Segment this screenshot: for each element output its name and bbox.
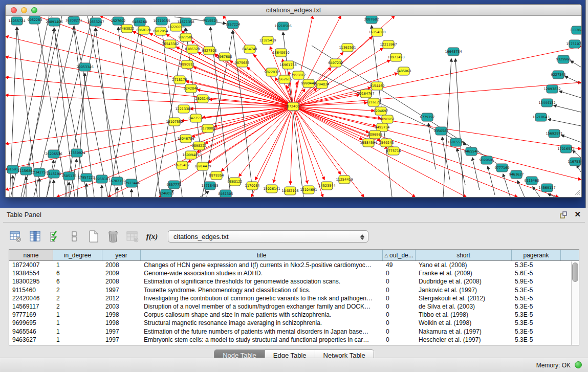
graph-node[interactable]: 14569117 <box>538 184 555 192</box>
graph-node[interactable]: 9329966 <box>556 55 571 63</box>
graph-node[interactable]: 8427552 <box>189 114 204 122</box>
graph-node[interactable]: 10973493 <box>387 53 404 61</box>
graph-node[interactable]: 10164767 <box>357 90 374 98</box>
column-header-in_degree[interactable]: in_degree <box>53 250 102 260</box>
network-canvas[interactable]: 1405572499622832089140616208271106532471… <box>6 16 581 197</box>
table-row[interactable]: 977716911998Corpus callosum shape and si… <box>9 311 579 319</box>
new-file-icon[interactable] <box>87 230 100 243</box>
graph-node[interactable]: 16099489 <box>182 151 199 159</box>
graph-node[interactable]: 6497232 <box>329 59 343 67</box>
graph-node[interactable]: 9465546 <box>464 147 479 156</box>
graph-node[interactable]: 26206536 <box>45 150 62 158</box>
table-row[interactable]: 969969511998Structural magnetic resonanc… <box>9 319 579 327</box>
graph-node[interactable]: 2087682 <box>364 16 379 24</box>
graph-node[interactable]: 1505135 <box>62 172 77 180</box>
graph-node[interactable]: 9775716 <box>386 147 401 155</box>
float-panel-icon[interactable] <box>559 211 568 219</box>
column-header-name[interactable]: name <box>9 250 53 260</box>
graph-node[interactable]: 1112845 <box>570 26 581 34</box>
graph-node[interactable]: 14523544 <box>318 182 335 190</box>
graph-node[interactable]: 2967608 <box>217 53 232 61</box>
column-header-year[interactable]: year <box>102 250 141 260</box>
column-header-title[interactable]: title <box>141 250 383 260</box>
graph-node[interactable]: 2718176 <box>172 76 187 84</box>
graph-node[interactable]: 19218506 <box>274 22 291 30</box>
table-row[interactable]: 1830029562008Estimation of significance … <box>9 277 579 286</box>
graph-node[interactable]: 8096965 <box>368 130 383 139</box>
graph-node[interactable]: 7857224 <box>226 20 241 29</box>
graph-node[interactable]: 2803144 <box>195 95 210 103</box>
row-height-icon[interactable] <box>68 230 81 243</box>
graph-node[interactable]: 8912954 <box>154 27 168 35</box>
graph-node[interactable]: 12325419 <box>259 36 276 45</box>
graph-node[interactable]: 8461305 <box>219 190 233 197</box>
graph-node[interactable]: 3170081 <box>201 124 215 133</box>
column-header-short[interactable]: short <box>416 250 512 260</box>
graph-node[interactable]: 9827505 <box>179 33 193 41</box>
graph-node[interactable]: 12213383 <box>175 105 192 113</box>
close-panel-icon[interactable]: ✕ <box>574 210 581 219</box>
table-row[interactable]: 946554611997Estimation of the future num… <box>9 327 579 336</box>
graph-node[interactable]: 9242844 <box>184 84 199 93</box>
graph-node[interactable]: 8860128 <box>137 26 151 34</box>
graph-node[interactable]: 10653247 <box>87 18 104 26</box>
graph-node[interactable]: 9246053 <box>159 189 174 197</box>
graph-node[interactable]: 9890811 <box>180 60 195 69</box>
graph-node[interactable]: 9827508 <box>202 47 217 55</box>
graph-node[interactable]: 3216121 <box>366 98 381 106</box>
graph-node[interactable]: 16961758 <box>279 61 296 69</box>
graph-node[interactable]: 11254419 <box>336 176 353 184</box>
graph-node[interactable]: 6794024 <box>315 80 330 89</box>
select-column-icon[interactable] <box>29 230 42 243</box>
graph-node[interactable]: 17359924 <box>68 149 85 157</box>
graph-node[interactable]: 12104691 <box>300 186 317 194</box>
graph-node[interactable]: 1549243 <box>379 139 394 147</box>
table-settings-icon[interactable] <box>9 230 23 243</box>
graph-node[interactable]: 9860122 <box>228 178 243 186</box>
graph-node[interactable]: 16648784 <box>445 48 462 56</box>
graph-node[interactable]: 15026141 <box>263 185 280 193</box>
graph-node[interactable]: 9096951 <box>380 115 395 123</box>
graph-node[interactable]: 12213967 <box>380 40 397 49</box>
citation-network-graph[interactable]: 1405572499622832089140616208271106532471… <box>6 16 581 197</box>
graph-node[interactable]: 9115460 <box>525 177 539 185</box>
graph-node[interactable]: 8878354 <box>209 171 224 180</box>
graph-node[interactable]: 2204697 <box>374 107 388 115</box>
graph-node[interactable]: 7485063 <box>397 67 411 75</box>
graph-node[interactable]: 9990448 <box>301 79 316 87</box>
graph-node[interactable]: 16107552 <box>166 118 183 126</box>
table-row[interactable]: 1872400712008Changes of HCN gene express… <box>9 261 579 269</box>
graph-node[interactable]: 15584594 <box>360 139 377 147</box>
graph-node[interactable]: 14055724 <box>8 17 25 25</box>
graph-node[interactable]: 13444132 <box>538 99 555 107</box>
graph-node[interactable]: 10719155 <box>153 17 170 25</box>
graph-node[interactable]: 16208271 <box>65 16 82 25</box>
graph-node[interactable]: 9154469 <box>370 82 385 90</box>
graph-node[interactable]: 9699695 <box>480 156 494 164</box>
graph-node[interactable]: 1170084 <box>245 182 260 190</box>
vertical-scrollbar[interactable] <box>571 261 579 345</box>
graph-node[interactable]: 7515528 <box>203 17 218 25</box>
graph-node[interactable]: 9962283 <box>28 16 42 24</box>
graph-node[interactable]: 8454749 <box>243 45 257 53</box>
column-header-pagerank[interactable]: pagerank <box>512 250 561 260</box>
graph-node[interactable]: 9898222 <box>192 142 207 150</box>
table-row[interactable]: 1938455462009Genome-wide association stu… <box>9 269 579 277</box>
graph-node[interactable]: 10482108 <box>281 187 298 195</box>
graph-node[interactable]: 7625402 <box>175 161 190 169</box>
table-row[interactable]: 946362711997Embryonic stem cells: a mode… <box>9 336 579 344</box>
graph-node[interactable]: 9875685 <box>235 59 250 67</box>
delete-icon[interactable] <box>106 230 120 243</box>
window-titlebar[interactable]: citations_edges.txt <box>6 5 581 16</box>
graph-node[interactable]: 1527602 <box>111 17 126 25</box>
graph-node[interactable]: 1145194 <box>47 170 61 178</box>
table-selector-dropdown[interactable]: citations_edges.txt <box>168 230 368 243</box>
function-builder-icon[interactable]: f(x) <box>145 230 159 243</box>
graph-node[interactable]: 9857771 <box>167 181 182 189</box>
graph-node[interactable]: 18640910 <box>272 49 289 57</box>
graph-node[interactable]: 9463627 <box>509 170 524 179</box>
graph-node[interactable]: 16015534 <box>447 138 464 146</box>
graph-node[interactable]: 11362501 <box>339 43 356 52</box>
graph-node[interactable]: 9822037 <box>265 68 279 76</box>
graph-node[interactable]: 16210643 <box>532 113 549 121</box>
